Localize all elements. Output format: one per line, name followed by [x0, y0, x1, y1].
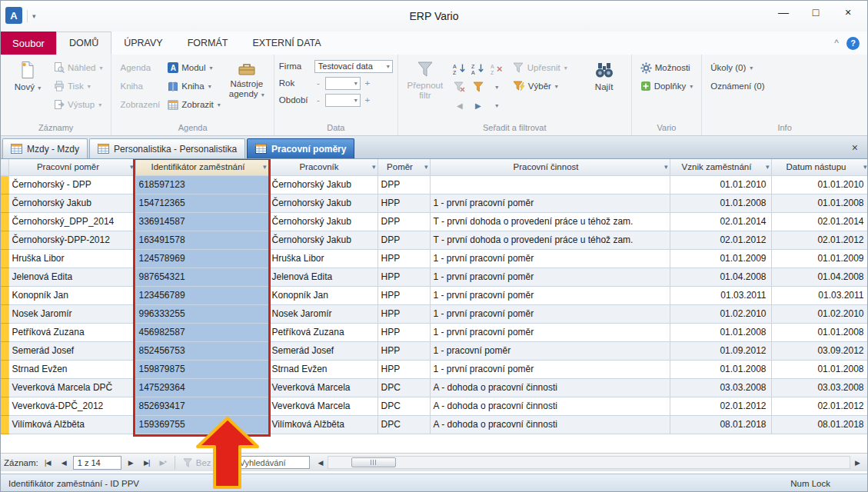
filter-dropdown-icon[interactable]: ▾	[263, 163, 267, 171]
first-record-button[interactable]: |◀	[41, 456, 55, 470]
cell[interactable]: 02.01.2012	[771, 231, 868, 249]
firma-combo[interactable]: Testovací data ▾	[314, 60, 393, 73]
cell[interactable]: HPP	[377, 286, 430, 304]
najit-button[interactable]: Najít	[582, 58, 627, 92]
cell[interactable]: 02.01.2012	[670, 231, 771, 249]
cell[interactable]: 02.01.2014	[771, 212, 868, 231]
tisk-button[interactable]: Tisk ▾	[50, 78, 106, 95]
cell[interactable]: HPP	[377, 323, 430, 341]
column-header[interactable]: Pracovník▾	[268, 159, 377, 175]
zobrazeni-button[interactable]: Zobrazení	[116, 96, 164, 113]
row-selector[interactable]	[1, 175, 8, 194]
modul-button[interactable]: A Modul ▾	[164, 59, 224, 76]
filter-dropdown-icon[interactable]: ▾	[130, 163, 134, 171]
cell[interactable]: Veverková Marcela DPČ	[8, 378, 135, 397]
cell[interactable]: 01.09.2012	[670, 341, 771, 360]
cell[interactable]: 01.01.2009	[670, 249, 771, 268]
oznameni-button[interactable]: Oznámení (0)	[707, 78, 768, 95]
cell[interactable]: 01.01.2008	[670, 194, 771, 212]
filter-dropdown-icon[interactable]: ▾	[424, 163, 428, 171]
new-record-button[interactable]: ▶*	[156, 456, 170, 470]
cell[interactable]: Nosek Jaromír	[268, 304, 377, 323]
horizontal-scrollbar[interactable]: ◀ ▶	[314, 456, 865, 470]
cell[interactable]: 159879875	[135, 360, 268, 378]
kniha-select-button[interactable]: Kniha ▾	[164, 78, 224, 95]
sort-ascending-button[interactable]: AZ	[451, 60, 468, 77]
cell[interactable]: Semerád Josef	[8, 341, 135, 360]
rok-minus-button[interactable]: -	[314, 78, 322, 88]
cell[interactable]: 618597123	[135, 175, 268, 194]
maximize-button[interactable]: □	[800, 1, 832, 24]
cell[interactable]: Černohorský_DPP_2014	[8, 212, 135, 231]
cell[interactable]: Jelenová Edita	[8, 268, 135, 286]
cell[interactable]: 123456789	[135, 286, 268, 304]
last-record-button[interactable]: ▶|	[140, 456, 154, 470]
zobrazit-button[interactable]: Zobrazit ▾	[164, 96, 224, 113]
close-button[interactable]: ×	[832, 1, 864, 24]
tab-personalistika[interactable]: Personalistika - Personalistika	[89, 138, 245, 158]
cell[interactable]: HPP	[377, 249, 430, 268]
cell[interactable]: 456982587	[135, 323, 268, 341]
scrollbar-track[interactable]	[328, 456, 851, 469]
row-selector[interactable]	[1, 194, 8, 212]
cell[interactable]: Černohorský Jakub	[268, 212, 377, 231]
search-input[interactable]	[236, 456, 310, 469]
filter-dropdown-icon[interactable]: ▾	[664, 163, 668, 171]
cell[interactable]: A - dohoda o pracovní činnosti	[430, 397, 670, 415]
cell[interactable]: Vilímková Alžběta	[8, 415, 135, 434]
cell[interactable]: HPP	[377, 341, 430, 360]
ribbon-tab-domu[interactable]: DOMŮ	[56, 32, 111, 55]
cell[interactable]: 1 - první pracovní poměr	[430, 323, 670, 341]
ukoly-button[interactable]: Úkoly (0) ▾	[707, 59, 768, 76]
cell[interactable]: 02.01.2012	[771, 397, 868, 415]
column-header[interactable]: Vznik zaměstnání▾	[670, 159, 771, 175]
next-record-button[interactable]: ▶	[124, 456, 138, 470]
cell[interactable]: Veverková-DPČ_2012	[8, 397, 135, 415]
rok-plus-button[interactable]: +	[364, 78, 371, 88]
scroll-left-icon[interactable]: ◀	[314, 456, 328, 470]
cell[interactable]: 02.01.2012	[670, 397, 771, 415]
row-selector[interactable]	[1, 323, 8, 341]
minimize-button[interactable]: —	[767, 1, 800, 24]
cell[interactable]: HPP	[377, 304, 430, 323]
cell[interactable]: 03.03.2008	[670, 378, 771, 397]
row-selector[interactable]	[1, 397, 8, 415]
cell[interactable]: T - první dohoda o provedení práce u téh…	[430, 212, 670, 231]
cell[interactable]: Semerád Josef	[268, 341, 377, 360]
clear-filter-button[interactable]	[451, 78, 468, 95]
cell[interactable]: Konopník Jan	[8, 286, 135, 304]
collapse-ribbon-icon[interactable]: ^	[834, 38, 839, 48]
clear-sort-button[interactable]: AZ	[488, 60, 505, 77]
row-selector[interactable]	[1, 304, 8, 323]
row-selector[interactable]	[1, 360, 8, 378]
novy-button[interactable]: Nový ▾	[5, 58, 50, 93]
cell[interactable]: Hruška Libor	[8, 249, 135, 268]
cell[interactable]: 01.01.2009	[771, 249, 868, 268]
upresnit-button[interactable]: Upřesnit ▾	[509, 59, 571, 76]
cell[interactable]: 01.01.2010	[771, 175, 868, 194]
moznosti-button[interactable]: Možnosti	[637, 59, 697, 76]
row-selector[interactable]	[1, 415, 8, 434]
cell[interactable]: 01.01.2008	[670, 323, 771, 341]
cell[interactable]: 01.04.2008	[670, 268, 771, 286]
record-position-box[interactable]: 1 z 14	[73, 456, 121, 470]
sort-descending-button[interactable]: ZA	[470, 60, 487, 77]
column-header[interactable]: Pracovní poměr▾	[8, 159, 135, 175]
cell[interactable]: 1 - první pracovní poměr	[430, 268, 670, 286]
cell[interactable]: Hruška Libor	[268, 249, 377, 268]
cell[interactable]: Veverková Marcela	[268, 397, 377, 415]
prepnout-filtr-button[interactable]: Přepnout filtr	[403, 58, 447, 101]
cell[interactable]: DPP	[377, 175, 430, 194]
obdobi-combo[interactable]: ▾	[325, 94, 361, 107]
file-tab[interactable]: Soubor	[1, 32, 56, 55]
vystup-button[interactable]: Výstup ▾	[50, 96, 106, 113]
cell[interactable]: Strnad Evžen	[8, 360, 135, 378]
column-header[interactable]: Datum nástupu▾	[771, 159, 868, 175]
cell[interactable]: HPP	[377, 194, 430, 212]
cell[interactable]: 02.01.2014	[670, 212, 771, 231]
cell[interactable]: 163491578	[135, 231, 268, 249]
cell[interactable]: Černohorský-DPP-2012	[8, 231, 135, 249]
cell[interactable]: 01.02.2010	[771, 304, 868, 323]
cell[interactable]: DPC	[377, 397, 430, 415]
cell[interactable]: Černohorský Jakub	[268, 231, 377, 249]
